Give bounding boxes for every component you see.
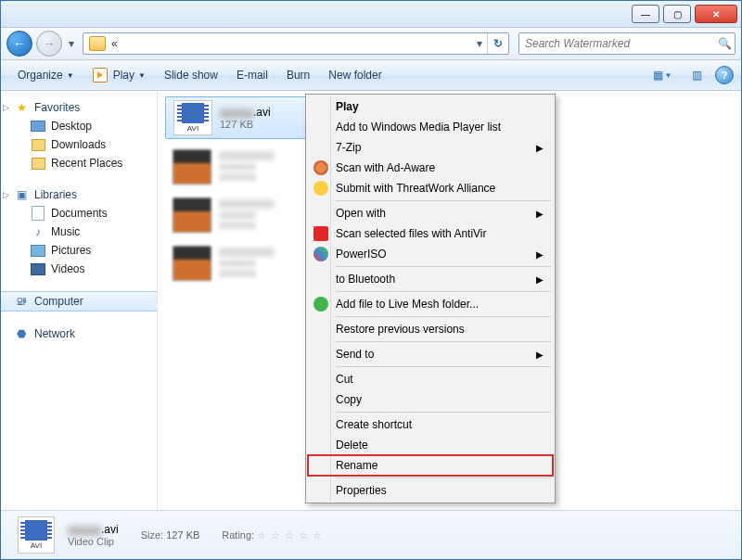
ctx-adaware[interactable]: Scan with Ad-Aware [308, 158, 553, 178]
image-thumbnail [173, 246, 211, 281]
rating-stars[interactable]: ☆ ☆ ☆ ☆ ☆ [257, 529, 323, 541]
sidebar-favorites[interactable]: ▷★Favorites [1, 98, 157, 117]
poweriso-icon [313, 247, 328, 261]
nav-forward-button[interactable]: → [36, 31, 62, 57]
search-icon[interactable]: 🔍 [714, 37, 735, 50]
ctx-bluetooth[interactable]: to Bluetooth▶ [308, 269, 553, 289]
libraries-icon: ▣ [14, 187, 29, 202]
ctx-copy[interactable]: Copy [308, 389, 553, 410]
search-box[interactable]: 🔍 [518, 32, 736, 55]
ctx-antivir[interactable]: Scan selected files with AntiVir [308, 223, 553, 244]
ctx-play[interactable]: Play [308, 96, 553, 117]
computer-icon: 🖳 [14, 294, 29, 309]
organize-menu[interactable]: Organize▼ [8, 60, 83, 90]
star-icon: ★ [14, 100, 29, 115]
burn-button[interactable]: Burn [277, 60, 319, 90]
sidebar-item-desktop[interactable]: Desktop [1, 117, 157, 135]
ctx-cut[interactable]: Cut [308, 369, 553, 389]
minimize-button[interactable]: — [632, 5, 659, 23]
refresh-button[interactable]: ↻ [487, 33, 508, 54]
adaware-icon [313, 160, 328, 175]
sidebar-libraries[interactable]: ▷▣Libraries [1, 185, 157, 204]
desktop-icon [31, 121, 45, 132]
sidebar-item-pictures[interactable]: Pictures [1, 241, 157, 260]
sidebar-network[interactable]: ⬣Network [1, 325, 157, 343]
nav-history-drop[interactable]: ▾ [66, 32, 77, 56]
close-button[interactable]: ✕ [695, 5, 737, 23]
threatwork-icon [313, 181, 328, 196]
avi-thumbnail: AVI [173, 100, 212, 135]
breadcrumb[interactable]: « [111, 37, 118, 50]
ctx-poweriso[interactable]: PowerISO▶ [308, 244, 553, 264]
submenu-arrow-icon: ▶ [536, 274, 544, 285]
folder-icon [89, 36, 106, 51]
ctx-delete[interactable]: Delete [308, 435, 553, 455]
ctx-add-wmp[interactable]: Add to Windows Media Player list [308, 117, 553, 137]
toolbar: Organize▼ Play▼ Slide show E-mail Burn N… [1, 60, 741, 91]
downloads-icon [32, 139, 45, 151]
submenu-arrow-icon: ▶ [536, 350, 544, 360]
navbar: ← → ▾ « ▾ ↻ 🔍 [1, 28, 741, 60]
ctx-shortcut[interactable]: Create shortcut [308, 414, 553, 435]
sidebar-item-documents[interactable]: Documents [1, 204, 157, 223]
details-size: 127 KB [166, 529, 199, 541]
sidebar-computer[interactable]: 🖳Computer [1, 291, 157, 312]
sidebar-item-videos[interactable]: Videos [1, 260, 157, 278]
context-menu: Play Add to Windows Media Player list 7-… [305, 94, 556, 503]
address-drop-icon[interactable]: ▾ [472, 37, 487, 50]
ctx-rename[interactable]: Rename [308, 455, 553, 476]
slideshow-button[interactable]: Slide show [155, 60, 227, 90]
file-size: 127 KB [220, 119, 271, 130]
details-thumbnail: AVI [18, 516, 55, 554]
ctx-properties[interactable]: Properties [308, 480, 553, 501]
livemesh-icon [313, 297, 328, 312]
explorer-window: — ▢ ✕ ← → ▾ « ▾ ↻ 🔍 Organize▼ Play▼ Slid… [0, 0, 742, 560]
play-menu[interactable]: Play▼ [83, 60, 155, 90]
submenu-arrow-icon: ▶ [536, 143, 544, 153]
help-button[interactable]: ? [715, 66, 734, 84]
recent-icon [32, 158, 45, 170]
details-type: Video Clip [68, 536, 119, 547]
sidebar-item-downloads[interactable]: Downloads [1, 135, 157, 154]
documents-icon [32, 206, 45, 221]
preview-pane-button[interactable]: ▥ [685, 64, 708, 86]
details-filename: .avi [101, 523, 119, 536]
ctx-openwith[interactable]: Open with▶ [308, 203, 553, 223]
pictures-icon [31, 245, 45, 257]
ctx-restore[interactable]: Restore previous versions [308, 319, 553, 339]
antivir-icon [313, 226, 328, 241]
address-bar[interactable]: « ▾ ↻ [83, 32, 509, 55]
music-icon: ♪ [31, 224, 45, 239]
ctx-threatwork[interactable]: Submit with ThreatWork Alliance [308, 178, 553, 198]
view-options-button[interactable]: ▦ ▼ [646, 64, 678, 86]
nav-back-button[interactable]: ← [6, 31, 32, 57]
submenu-arrow-icon: ▶ [536, 249, 544, 260]
maximize-button[interactable]: ▢ [663, 5, 691, 23]
play-icon [93, 68, 108, 83]
file-name: .avi [253, 106, 271, 119]
titlebar: — ▢ ✕ [1, 1, 741, 28]
ctx-7zip[interactable]: 7-Zip▶ [308, 137, 553, 158]
nav-pane: ▷★Favorites Desktop Downloads Recent Pla… [1, 91, 158, 510]
network-icon: ⬣ [14, 326, 29, 341]
email-button[interactable]: E-mail [227, 60, 277, 90]
ctx-livemesh[interactable]: Add file to Live Mesh folder... [308, 294, 553, 314]
videos-icon [31, 263, 45, 275]
image-thumbnail [173, 197, 211, 233]
newfolder-button[interactable]: New folder [319, 60, 390, 90]
sidebar-item-recent[interactable]: Recent Places [1, 154, 157, 172]
details-pane: AVI ▆▆▆▆.avi Video Clip Size: 127 KB Rat… [1, 510, 741, 559]
submenu-arrow-icon: ▶ [536, 209, 544, 219]
image-thumbnail [173, 149, 211, 185]
ctx-sendto[interactable]: Send to▶ [308, 344, 553, 364]
search-input[interactable] [519, 36, 714, 51]
sidebar-item-music[interactable]: ♪Music [1, 223, 157, 241]
